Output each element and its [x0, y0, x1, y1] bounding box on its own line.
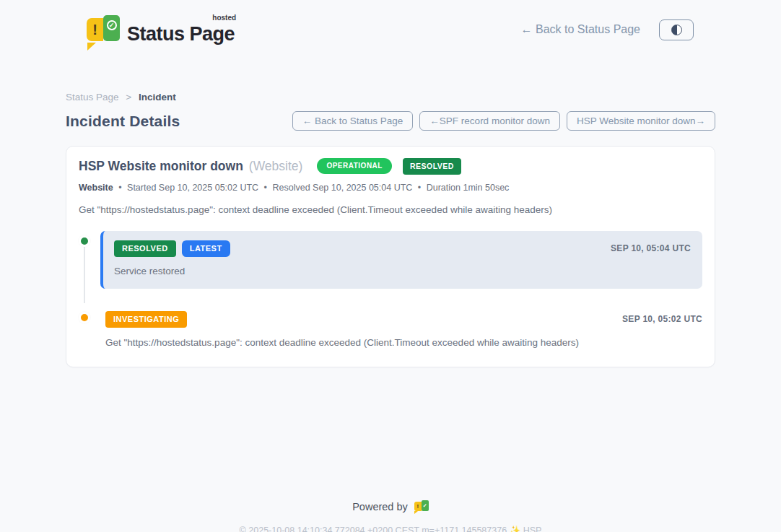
timeline-timestamp: SEP 10, 05:04 UTC [611, 243, 691, 253]
meta-component: Website [79, 183, 113, 193]
header-back-link[interactable]: ← Back to Status Page [521, 23, 640, 36]
timeline-entry-resolved: RESOLVED LATEST SEP 10, 05:04 UTC Servic… [100, 231, 702, 289]
logo-exclaim-icon: ! [87, 18, 103, 41]
theme-toggle-button[interactable] [659, 19, 694, 40]
breadcrumb-status-page[interactable]: Status Page [66, 92, 119, 103]
timeline-latest-badge: LATEST [182, 240, 230, 257]
page-title: Incident Details [66, 113, 180, 130]
timeline-entry-investigating: INVESTIGATING SEP 10, 05:02 UTC Get "htt… [100, 311, 702, 348]
timeline-badges: RESOLVED LATEST [114, 240, 230, 257]
powered-by-link[interactable]: Powered by ! ✓ [352, 500, 429, 513]
contrast-icon [671, 25, 682, 35]
powered-by-text: Powered by [352, 501, 408, 513]
meta-separator: • [264, 183, 267, 193]
timeline-entry-head: INVESTIGATING SEP 10, 05:02 UTC [105, 311, 702, 328]
incident-timeline: RESOLVED LATEST SEP 10, 05:04 UTC Servic… [79, 231, 702, 348]
timeline-badges: INVESTIGATING [105, 311, 187, 328]
status-page-logo-icon: ! ✓ [87, 15, 120, 44]
timeline-investigating-badge: INVESTIGATING [105, 311, 187, 328]
timeline-latest-box: RESOLVED LATEST SEP 10, 05:04 UTC Servic… [100, 231, 702, 289]
resolved-badge: RESOLVED [403, 158, 461, 175]
main-content: Status Page > Incident Incident Details … [66, 92, 715, 367]
brand-logo[interactable]: ! ✓ Status Page hosted [87, 15, 235, 44]
timeline-entry-head: RESOLVED LATEST SEP 10, 05:04 UTC [114, 240, 691, 257]
prev-incident-button[interactable]: ←SPF record monitor down [419, 111, 560, 131]
meta-separator: • [418, 183, 421, 193]
logo-speech-tail [87, 43, 96, 51]
timeline-timestamp: SEP 10, 05:02 UTC [622, 314, 702, 324]
breadcrumb-separator: > [126, 92, 131, 103]
site-header: ! ✓ Status Page hosted ← Back to Status … [0, 0, 781, 48]
meta-separator: • [118, 183, 121, 193]
investigating-dot-icon [79, 312, 90, 323]
breadcrumb: Status Page > Incident [66, 92, 715, 103]
logo-check-icon: ✓ [103, 15, 120, 41]
timeline-connector-line [84, 241, 85, 303]
copyright-line: © 2025-10-08 14:10:34.772084 +0200 CEST … [0, 525, 781, 532]
brand-text: Status Page hosted [127, 17, 235, 44]
brand-hosted-tag: hosted [212, 14, 236, 22]
timeline-resolved-badge: RESOLVED [114, 240, 176, 257]
header-actions: ← Back to Status Page [521, 19, 694, 40]
incident-card: HSP Website monitor down (Website) OPERA… [66, 146, 715, 367]
brand-name: Status Page [127, 23, 235, 45]
timeline-message: Service restored [114, 266, 691, 276]
site-footer: Powered by ! ✓ © 2025-10-08 14:10:34.772… [0, 500, 781, 532]
title-row: Incident Details ← Back to Status Page ←… [66, 111, 715, 131]
meta-duration: Duration 1min 50sec [427, 183, 510, 193]
back-to-status-page-button[interactable]: ← Back to Status Page [292, 111, 414, 131]
timeline-message: Get "https://hostedstatus.page": context… [105, 337, 702, 348]
footer-logo-icon: ! ✓ [414, 500, 429, 513]
meta-started: Started Sep 10, 2025 05:02 UTC [127, 183, 258, 193]
meta-resolved: Resolved Sep 10, 2025 05:04 UTC [272, 183, 412, 193]
incident-title: HSP Website monitor down [79, 159, 243, 174]
incident-description: Get "https://hostedstatus.page": context… [79, 204, 702, 215]
incident-meta: Website • Started Sep 10, 2025 05:02 UTC… [79, 183, 702, 193]
incident-component: (Website) [249, 159, 303, 174]
incident-title-row: HSP Website monitor down (Website) OPERA… [79, 158, 702, 175]
next-incident-button[interactable]: HSP Website monitor down→ [567, 111, 715, 131]
operational-badge: OPERATIONAL [317, 158, 392, 174]
incident-nav-buttons: ← Back to Status Page ←SPF record monito… [292, 111, 715, 131]
breadcrumb-incident: Incident [139, 92, 176, 103]
resolved-dot-icon [79, 235, 90, 247]
